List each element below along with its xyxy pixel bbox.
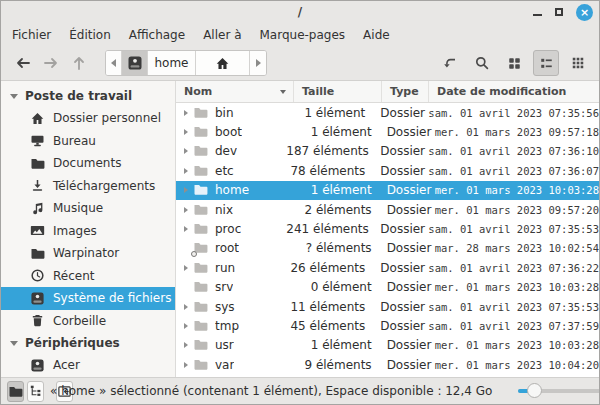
- column-header-type[interactable]: Type: [382, 81, 429, 102]
- row-expander-icon[interactable]: [180, 226, 191, 232]
- sidebar-item[interactable]: Téléchargements: [1, 175, 175, 198]
- column-header-size[interactable]: Taille: [294, 81, 382, 102]
- file-type: Dossier: [381, 358, 428, 372]
- file-type: Dossier: [381, 183, 428, 197]
- file-name-cell: bin: [176, 103, 289, 122]
- sidebar-item[interactable]: Bureau: [1, 130, 175, 153]
- table-row[interactable]: run26 élémentsDossiersam. 01 avril 2023 …: [176, 258, 599, 277]
- table-row[interactable]: usr1 élémentDossiermer. 01 mars 2023 10:…: [176, 336, 599, 355]
- disk-icon: [29, 290, 45, 306]
- maximize-button[interactable]: [555, 8, 563, 16]
- menu-item[interactable]: Aller à: [194, 25, 250, 45]
- column-header-name[interactable]: Nom: [176, 81, 294, 102]
- path-scroll-right-button[interactable]: [250, 51, 266, 75]
- sidebar-item[interactable]: Images: [1, 220, 175, 243]
- back-button[interactable]: [9, 50, 37, 76]
- minimize-button[interactable]: [533, 14, 542, 16]
- folder-icon: [193, 299, 209, 315]
- file-name: sys: [215, 300, 235, 314]
- file-size: 26 éléments: [289, 261, 374, 275]
- row-expander-icon[interactable]: [180, 129, 191, 135]
- sidebar-section-label: Poste de travail: [25, 89, 132, 103]
- row-expander-icon[interactable]: [180, 342, 191, 348]
- table-row[interactable]: sys11 élémentsDossiersam. 01 avril 2023 …: [176, 297, 599, 316]
- file-name: nix: [215, 203, 233, 217]
- pathbar: home: [105, 50, 267, 76]
- row-expander-icon[interactable]: [180, 187, 191, 193]
- up-button[interactable]: [65, 50, 93, 76]
- sidebar-item[interactable]: Musique: [1, 197, 175, 220]
- menubar: FichierÉditionAffichageAller àMarque-pag…: [1, 23, 599, 46]
- file-size: 1 élément: [293, 125, 380, 139]
- status-text: « home » sélectionné (contenant 1 élémen…: [50, 384, 492, 398]
- sidebar-item[interactable]: Récent: [1, 265, 175, 288]
- file-name: root: [215, 241, 239, 255]
- path-root-button[interactable]: [122, 51, 148, 75]
- sidebar-item[interactable]: Corbeille: [1, 310, 175, 333]
- row-expander-icon[interactable]: [180, 207, 191, 213]
- menu-item[interactable]: Marque-pages: [251, 25, 355, 45]
- path-home-button[interactable]: home: [148, 51, 196, 75]
- file-size: 9 éléments: [293, 358, 380, 372]
- table-row[interactable]: var9 élémentsDossiermer. 01 mars 2023 10…: [176, 355, 599, 374]
- table-row[interactable]: root? élémentsDossiermar. 28 mars 2023 1…: [176, 239, 599, 258]
- zoom-slider-handle[interactable]: [527, 383, 542, 398]
- table-row[interactable]: home1 élémentDossiermer. 01 mars 2023 10…: [176, 181, 599, 200]
- row-expander-icon[interactable]: [180, 323, 191, 329]
- file-name: dev: [215, 144, 237, 158]
- path-scroll-left-button[interactable]: [106, 51, 122, 75]
- row-expander-icon[interactable]: [180, 304, 191, 310]
- list-view-button[interactable]: [533, 50, 559, 76]
- sidebar-item-label: Warpinator: [53, 246, 119, 260]
- table-row[interactable]: srv0 élémentDossiermer. 01 mars 2023 10:…: [176, 278, 599, 297]
- toolbar: home: [1, 46, 599, 81]
- table-row[interactable]: etc78 élémentsDossiersam. 01 avril 2023 …: [176, 161, 599, 180]
- search-button[interactable]: [469, 50, 495, 76]
- sidebar-item[interactable]: Dossier personnel: [1, 107, 175, 130]
- file-size: 241 éléments: [286, 222, 374, 236]
- sidebar-section-header[interactable]: Périphériques: [1, 332, 175, 354]
- sidebar-item[interactable]: Documents: [1, 152, 175, 175]
- row-expander-icon[interactable]: [180, 168, 191, 174]
- zoom-slider[interactable]: [518, 389, 600, 393]
- table-row[interactable]: boot1 élémentDossiermer. 01 mars 2023 09…: [176, 122, 599, 141]
- row-expander-icon[interactable]: [180, 362, 191, 368]
- sidebar-item[interactable]: Acer: [1, 354, 175, 377]
- row-expander-icon[interactable]: [180, 110, 191, 116]
- table-row[interactable]: tmp45 élémentsDossiersam. 01 avril 2023 …: [176, 316, 599, 335]
- sidebar-item-label: Dossier personnel: [53, 111, 161, 125]
- sidebar-item[interactable]: Système de fichiers: [1, 287, 175, 310]
- sidebar-item[interactable]: Warpinator: [1, 242, 175, 265]
- table-row[interactable]: dev187 élémentsDossiersam. 01 avril 2023…: [176, 142, 599, 161]
- file-name-cell: sys: [176, 297, 289, 316]
- file-rows: bin1 élémentDossiersam. 01 avril 2023 07…: [176, 103, 599, 377]
- toggle-location-icon: [442, 55, 458, 71]
- file-size: 1 élément: [293, 183, 380, 197]
- forward-button[interactable]: [37, 50, 65, 76]
- show-treeview-button[interactable]: [27, 381, 44, 402]
- row-expander-icon[interactable]: [180, 265, 191, 271]
- close-button[interactable]: ×: [576, 4, 593, 21]
- home-icon: [215, 56, 230, 71]
- table-row[interactable]: nix2 élémentsDossiermer. 01 mars 2023 09…: [176, 200, 599, 219]
- row-expander-icon[interactable]: [180, 148, 191, 154]
- menu-item[interactable]: Aide: [354, 25, 399, 45]
- table-row[interactable]: bin1 élémentDossiersam. 01 avril 2023 07…: [176, 103, 599, 122]
- file-size: 1 élément: [293, 338, 380, 352]
- file-type: Dossier: [374, 261, 421, 275]
- toggle-location-entry-button[interactable]: [437, 50, 463, 76]
- file-date: mer. 01 mars 2023 09:57:20: [428, 204, 599, 216]
- menu-item[interactable]: Édition: [60, 25, 120, 45]
- table-row[interactable]: proc241 élémentsDossiersam. 01 avril 202…: [176, 219, 599, 238]
- menu-item[interactable]: Affichage: [120, 25, 194, 45]
- column-header-date[interactable]: Date de modification: [429, 81, 599, 102]
- show-places-button[interactable]: [7, 381, 24, 402]
- sidebar-item-label: Images: [53, 224, 97, 238]
- icon-view-button[interactable]: [501, 50, 527, 76]
- sidebar-item-label: Système de fichiers: [53, 291, 171, 305]
- menu-item[interactable]: Fichier: [3, 25, 60, 45]
- path-user-button[interactable]: [196, 51, 250, 75]
- content-area: Poste de travailDossier personnelBureauD…: [1, 81, 599, 377]
- compact-view-button[interactable]: [565, 50, 591, 76]
- sidebar-section-header[interactable]: Poste de travail: [1, 85, 175, 107]
